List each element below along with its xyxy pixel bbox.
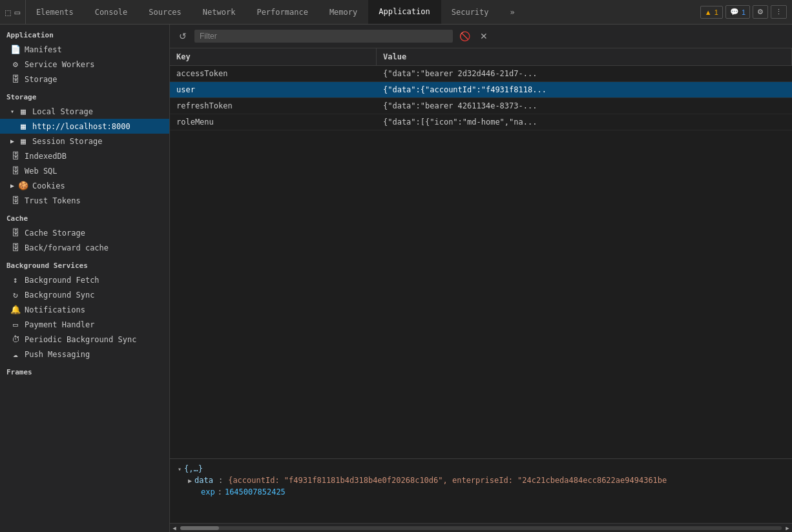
- close-icon: ✕: [480, 31, 488, 41]
- session-storage-icon: ▦: [18, 136, 28, 146]
- table-row[interactable]: user {"data":{"accountId":"f4931f8118...: [170, 82, 792, 98]
- bg-services-section-label: Background Services: [0, 255, 169, 272]
- filter-input[interactable]: [194, 30, 453, 43]
- tab-more[interactable]: »: [500, 0, 526, 24]
- content-area: ↺ 🚫 ✕ Key Value accessToken {"data":"bea…: [170, 25, 792, 532]
- local-storage-expand-arrow: ▾: [10, 108, 14, 115]
- tab-memory[interactable]: Memory: [319, 0, 368, 24]
- warn-icon: ▲: [705, 8, 712, 16]
- tab-console[interactable]: Console: [85, 0, 139, 24]
- detail-panel: ▾ {,…} ▶ data : {accountId: "f4931f81181…: [170, 458, 792, 523]
- trust-tokens-icon: 🗄: [10, 196, 21, 205]
- detail-exp-colon: :: [218, 487, 222, 496]
- push-messaging-icon: ☁: [10, 349, 21, 359]
- column-header-value: Value: [377, 48, 792, 65]
- table-row[interactable]: roleMenu {"data":[{"icon":"md-home","na.…: [170, 114, 792, 130]
- cookies-icon: 🍪: [18, 181, 28, 190]
- row-value-refreshtoken: {"data":"bearer 4261134e-8373-...: [377, 98, 792, 114]
- info-badge[interactable]: 💬 1: [725, 5, 750, 19]
- sidebar-item-service-workers[interactable]: ⚙ Service Workers: [0, 57, 169, 72]
- sidebar-item-bg-fetch[interactable]: ↕ Background Fetch: [0, 272, 169, 287]
- sidebar-item-session-storage[interactable]: ▶ ▦ Session Storage: [0, 134, 169, 148]
- notifications-icon: 🔔: [10, 305, 21, 314]
- storage-app-icon: 🗄: [10, 74, 21, 84]
- clear-icon: 🚫: [459, 31, 470, 41]
- scroll-right-arrow[interactable]: ▶: [783, 524, 792, 533]
- detail-data-value: {accountId: "f4931f81181b4d318b4e0f20268…: [228, 476, 667, 485]
- tab-network[interactable]: Network: [193, 0, 247, 24]
- tab-bar: ⬚ ▭ Elements Console Sources Network Per…: [0, 0, 792, 25]
- sidebar-item-periodic-bg-sync[interactable]: ⏱ Periodic Background Sync: [0, 332, 169, 347]
- service-workers-icon: ⚙: [10, 59, 21, 69]
- settings-icon: ⚙: [757, 8, 764, 16]
- content-toolbar: ↺ 🚫 ✕: [170, 25, 792, 48]
- close-button[interactable]: ✕: [476, 28, 492, 44]
- sidebar-item-push-messaging[interactable]: ☁ Push Messaging: [0, 347, 169, 362]
- warn-badge[interactable]: ▲ 1: [700, 6, 723, 19]
- devtools-icons: ⬚ ▭: [0, 0, 26, 24]
- tab-performance[interactable]: Performance: [246, 0, 318, 24]
- sidebar-item-manifest[interactable]: 📄 Manifest: [0, 42, 169, 57]
- tab-sources[interactable]: Sources: [138, 0, 193, 24]
- row-value-user: {"data":{"accountId":"f4931f8118...: [377, 82, 792, 97]
- sidebar-item-localhost[interactable]: ▦ http://localhost:8000: [0, 119, 169, 134]
- row-key-user: user: [170, 82, 377, 97]
- table-row[interactable]: accessToken {"data":"bearer 2d32d446-21d…: [170, 66, 792, 82]
- sidebar-item-trust-tokens[interactable]: 🗄 Trust Tokens: [0, 193, 169, 208]
- table-row[interactable]: refreshToken {"data":"bearer 4261134e-83…: [170, 98, 792, 114]
- application-section-label: Application: [0, 25, 169, 42]
- storage-table: Key Value accessToken {"data":"bearer 2d…: [170, 48, 792, 458]
- tab-security[interactable]: Security: [441, 0, 500, 24]
- detail-data-expand-icon: ▶: [188, 477, 192, 484]
- bg-sync-icon: ↻: [10, 290, 21, 300]
- sidebar-item-websql[interactable]: 🗄 Web SQL: [0, 163, 169, 178]
- scroll-thumb[interactable]: [180, 526, 219, 530]
- scroll-track[interactable]: [180, 526, 782, 530]
- row-key-refreshtoken: refreshToken: [170, 98, 377, 114]
- detail-root-label: {,…}: [184, 464, 203, 473]
- cache-storage-icon: 🗄: [10, 228, 21, 238]
- sidebar-item-storage-app[interactable]: 🗄 Storage: [0, 72, 169, 87]
- detail-data-row[interactable]: ▶ data : {accountId: "f4931f81181b4d318b…: [188, 476, 784, 485]
- detail-children: ▶ data : {accountId: "f4931f81181b4d318b…: [178, 476, 784, 496]
- detail-expand-icon: ▾: [178, 466, 182, 473]
- row-value-accesstoken: {"data":"bearer 2d32d446-21d7-...: [377, 66, 792, 81]
- clear-button[interactable]: 🚫: [457, 28, 472, 44]
- payment-handler-icon: ▭: [10, 320, 21, 329]
- sidebar-item-indexeddb[interactable]: 🗄 IndexedDB: [0, 148, 169, 163]
- tab-elements[interactable]: Elements: [26, 0, 85, 24]
- sidebar-item-cookies[interactable]: ▶ 🍪 Cookies: [0, 178, 169, 193]
- sidebar-item-cache-storage[interactable]: 🗄 Cache Storage: [0, 225, 169, 240]
- sidebar-item-notifications[interactable]: 🔔 Notifications: [0, 302, 169, 317]
- more-icon: ⋮: [775, 8, 782, 16]
- detail-exp-key: exp: [201, 487, 215, 496]
- bg-fetch-icon: ↕: [10, 275, 21, 285]
- cache-section-label: Cache: [0, 208, 169, 225]
- local-storage-icon: ▦: [18, 107, 28, 116]
- websql-icon: 🗄: [10, 166, 21, 176]
- sidebar-item-payment-handler[interactable]: ▭ Payment Handler: [0, 317, 169, 332]
- bottom-scrollbar: ◀ ▶: [170, 523, 792, 532]
- detail-root-row[interactable]: ▾ {,…}: [178, 464, 784, 473]
- indexeddb-icon: 🗄: [10, 151, 21, 161]
- refresh-icon: ↺: [179, 31, 187, 41]
- row-key-rolemenu: roleMenu: [170, 114, 377, 130]
- table-header: Key Value: [170, 48, 792, 66]
- scroll-left-arrow[interactable]: ◀: [170, 524, 179, 533]
- settings-button[interactable]: ⚙: [753, 5, 768, 19]
- sidebar-item-backforward-cache[interactable]: 🗄 Back/forward cache: [0, 240, 169, 255]
- detail-data-key: data: [194, 476, 213, 485]
- row-value-rolemenu: {"data":[{"icon":"md-home","na...: [377, 114, 792, 130]
- frames-section-label: Frames: [0, 362, 169, 379]
- sidebar: Application 📄 Manifest ⚙ Service Workers…: [0, 25, 170, 532]
- sidebar-item-bg-sync[interactable]: ↻ Background Sync: [0, 287, 169, 302]
- inspect-icon[interactable]: ⬚: [5, 7, 10, 17]
- tab-bar-right: ▲ 1 💬 1 ⚙ ⋮: [700, 5, 792, 19]
- responsive-icon[interactable]: ▭: [14, 7, 19, 17]
- refresh-button[interactable]: ↺: [175, 28, 191, 44]
- detail-data-colon: :: [218, 476, 223, 485]
- main-area: Application 📄 Manifest ⚙ Service Workers…: [0, 25, 792, 532]
- more-button[interactable]: ⋮: [771, 5, 787, 19]
- sidebar-item-local-storage[interactable]: ▾ ▦ Local Storage: [0, 104, 169, 119]
- tab-application[interactable]: Application: [368, 0, 441, 24]
